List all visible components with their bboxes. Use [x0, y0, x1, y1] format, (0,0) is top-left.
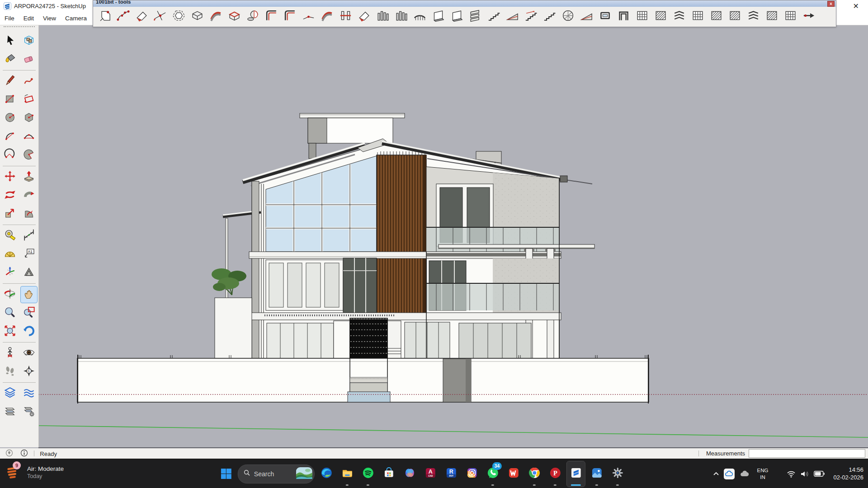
zoom-window-tool-button[interactable] [21, 305, 37, 321]
1001bit-tool-15-button[interactable] [355, 8, 373, 25]
layers-blue-tool-button[interactable] [2, 385, 18, 402]
eraser-tool-button[interactable] [21, 52, 37, 68]
geolocation-icon[interactable] [5, 449, 13, 459]
plugin-toolbar-titlebar[interactable]: 1001bit - tools x [93, 0, 836, 7]
1001bit-tool-23-button[interactable] [504, 8, 521, 25]
taskbar-copilot-button[interactable] [401, 461, 419, 487]
move-tool-button[interactable] [2, 169, 18, 185]
1001bit-tool-35-button[interactable] [726, 8, 743, 25]
plugin-toolbar-close-button[interactable]: x [827, 1, 835, 7]
taskbar-wps-office-button[interactable] [505, 461, 523, 487]
1001bit-tool-37-button[interactable] [763, 8, 780, 25]
1001bit-tool-3-button[interactable] [133, 8, 150, 25]
taskbar-autocad-button[interactable]: ACAD [421, 461, 439, 487]
battery-icon[interactable] [814, 471, 825, 477]
axes-tool-button[interactable] [2, 265, 18, 281]
section-plane-tool-button[interactable] [21, 265, 37, 281]
1001bit-tool-30-button[interactable] [633, 8, 651, 25]
stack-layers-tool-button[interactable] [2, 404, 18, 420]
zoom-extents-tool-button[interactable] [2, 324, 18, 340]
pan-tool-button[interactable] [21, 286, 37, 303]
taskbar-revit-button[interactable]: RRVT [442, 461, 460, 487]
polygon-tool-button[interactable] [21, 110, 37, 127]
view-compass-tool-button[interactable]: C [21, 364, 37, 380]
1001bit-tool-36-button[interactable] [745, 8, 762, 25]
1001bit-tool-16-button[interactable] [374, 8, 391, 25]
tray-chevron-up-icon[interactable] [713, 471, 719, 477]
1001bit-tool-2-button[interactable] [114, 8, 132, 25]
scale-tool-button[interactable] [2, 206, 18, 222]
follow-me-tool-button[interactable] [21, 188, 37, 204]
1001bit-tool-9-button[interactable] [244, 8, 261, 25]
1001bit-tool-12-button[interactable] [300, 8, 317, 25]
start-button[interactable] [217, 461, 235, 487]
menu-view[interactable]: View [38, 13, 61, 22]
make-component-tool-button[interactable] [21, 33, 37, 49]
1001bit-tool-1-button[interactable] [96, 8, 113, 25]
waves-tool-button[interactable] [21, 385, 37, 402]
taskbar-sketchup-button[interactable] [567, 461, 585, 487]
1001bit-tool-17-button[interactable] [392, 8, 410, 25]
tape-measure-tool-button[interactable] [2, 228, 18, 244]
1001bit-tool-7-button[interactable] [207, 8, 224, 25]
walk-tool-button[interactable] [2, 364, 18, 380]
1001bit-tool-34-button[interactable] [708, 8, 725, 25]
push-pull-tool-button[interactable] [21, 169, 37, 185]
taskbar-photos-button[interactable] [588, 461, 606, 487]
1001bit-tool-5-button[interactable] [170, 8, 187, 25]
wifi-icon[interactable] [787, 470, 796, 478]
1001bit-tool-26-button[interactable] [559, 8, 576, 25]
taskbar-settings-button[interactable] [609, 461, 627, 487]
1001bit-tool-28-button[interactable] [596, 8, 613, 25]
position-camera-tool-button[interactable] [2, 345, 18, 361]
1001bit-tool-6-button[interactable] [189, 8, 206, 25]
orbit-tool-button[interactable] [2, 286, 18, 303]
line-tool-button[interactable] [2, 73, 18, 89]
menu-file[interactable]: File [0, 13, 19, 22]
paint-bucket-tool-button[interactable] [2, 52, 18, 68]
circle-tool-button[interactable] [2, 110, 18, 127]
1001bit-tool-24-button[interactable] [522, 8, 539, 25]
taskbar-instagram-button[interactable] [463, 461, 481, 487]
previous-view-tool-button[interactable] [21, 324, 37, 340]
two-point-arc-tool-button[interactable] [21, 129, 37, 145]
zoom-tool-button[interactable] [2, 305, 18, 321]
1001bit-tool-4-button[interactable] [151, 8, 169, 25]
1001bit-tool-38-button[interactable] [782, 8, 799, 25]
arc-tool-button[interactable] [2, 129, 18, 145]
1001bit-tool-13-button[interactable] [318, 8, 335, 25]
taskbar-file-explorer-button[interactable] [338, 461, 356, 487]
pie-tool-button[interactable] [21, 147, 37, 164]
1001bit-tool-39-button[interactable] [800, 8, 817, 25]
1001bit-tool-27-button[interactable] [578, 8, 595, 25]
taskbar-pinterest-button[interactable]: P [546, 461, 564, 487]
1001bit-tool-19-button[interactable] [429, 8, 447, 25]
rectangle-tool-button[interactable] [2, 92, 18, 108]
stack-gear-tool-button[interactable] [21, 404, 37, 420]
select-tool-button[interactable] [2, 33, 18, 49]
1001bit-tool-25-button[interactable] [541, 8, 558, 25]
offset-tool-button[interactable] [21, 206, 37, 222]
taskbar-weather-widget[interactable]: 9 Air: Moderate Today [5, 463, 64, 481]
1001bit-tool-10-button[interactable] [263, 8, 280, 25]
search-highlight-image[interactable] [296, 467, 312, 481]
menu-camera[interactable]: Camera [61, 13, 91, 22]
1001bit-tool-20-button[interactable] [448, 8, 465, 25]
language-indicator[interactable]: ENG IN [757, 467, 769, 480]
taskbar-microsoft-store-button[interactable] [380, 461, 398, 487]
menu-edit[interactable]: Edit [19, 13, 38, 22]
1001bit-tool-22-button[interactable] [485, 8, 502, 25]
1001bit-tool-8-button[interactable] [226, 8, 243, 25]
volume-icon[interactable] [800, 470, 809, 478]
window-close-button[interactable]: ✕ [853, 2, 859, 11]
palette-drag-handle[interactable] [4, 26, 35, 30]
rotated-rectangle-tool-button[interactable] [21, 92, 37, 108]
info-icon[interactable] [20, 449, 28, 459]
look-around-tool-button[interactable] [21, 345, 37, 361]
text-tool-button[interactable]: A1 [21, 246, 37, 263]
taskbar-clock[interactable]: 14:56 02-02-2026 [834, 466, 864, 482]
taskbar-edge-button[interactable] [317, 461, 335, 487]
cloud-sync-icon[interactable] [739, 469, 750, 479]
1001bit-tool-29-button[interactable] [615, 8, 632, 25]
1001bit-tool-32-button[interactable] [670, 8, 688, 25]
